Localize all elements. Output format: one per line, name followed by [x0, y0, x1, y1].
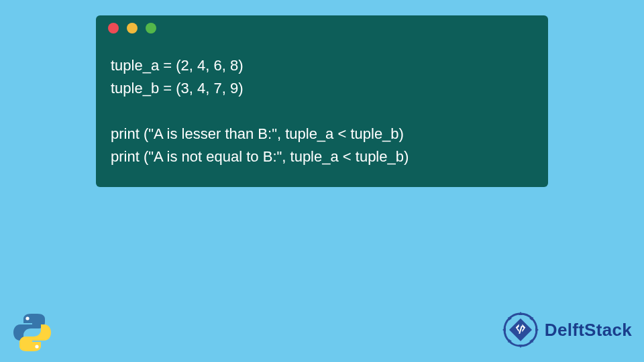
minimize-icon[interactable]: [127, 23, 138, 34]
code-line: print ("A is lesser than B:", tuple_a < …: [111, 125, 404, 142]
delftstack-label: DelftStack: [545, 320, 632, 341]
svg-point-1: [35, 345, 38, 348]
close-icon[interactable]: [108, 23, 119, 34]
window-titlebar: [96, 15, 548, 41]
code-line: tuple_a = (2, 4, 6, 8): [111, 57, 244, 74]
code-body: tuple_a = (2, 4, 6, 8) tuple_b = (3, 4, …: [96, 41, 548, 175]
code-line: print ("A is not equal to B:", tuple_a <…: [111, 148, 409, 165]
code-line: tuple_b = (3, 4, 7, 9): [111, 80, 244, 97]
code-window: tuple_a = (2, 4, 6, 8) tuple_b = (3, 4, …: [96, 15, 548, 187]
delftstack-brand: DelftStack: [502, 311, 632, 349]
delftstack-badge-icon: [502, 311, 539, 349]
maximize-icon[interactable]: [146, 23, 156, 34]
svg-point-0: [25, 316, 29, 320]
python-logo-icon: [11, 311, 54, 354]
